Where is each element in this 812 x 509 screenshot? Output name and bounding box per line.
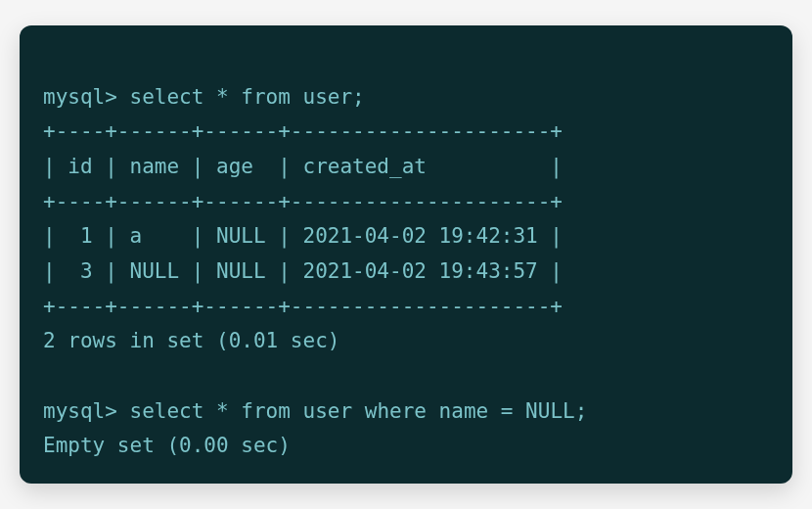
query-2: select * from user where name = NULL; — [130, 399, 588, 423]
mysql-terminal[interactable]: mysql> select * from user; +----+------+… — [20, 25, 792, 484]
mysql-prompt: mysql> — [43, 85, 117, 109]
prompt-line-2: mysql> select * from user where name = N… — [43, 399, 587, 423]
table-divider-mid: +----+------+------+--------------------… — [43, 190, 563, 213]
prompt-line-1: mysql> select * from user; — [43, 85, 365, 109]
table-row: | 3 | NULL | NULL | 2021-04-02 19:43:57 … — [43, 259, 563, 283]
table-row: | 1 | a | NULL | 2021-04-02 19:42:31 | — [43, 224, 563, 248]
result-summary-2: Empty set (0.00 sec) — [43, 434, 291, 457]
mysql-prompt: mysql> — [43, 399, 117, 423]
result-summary-1: 2 rows in set (0.01 sec) — [43, 329, 339, 352]
query-1: select * from user; — [130, 85, 365, 109]
table-header-row: | id | name | age | created_at | — [43, 155, 563, 178]
table-divider-bot: +----+------+------+--------------------… — [43, 295, 563, 318]
table-divider-top: +----+------+------+--------------------… — [43, 119, 563, 143]
